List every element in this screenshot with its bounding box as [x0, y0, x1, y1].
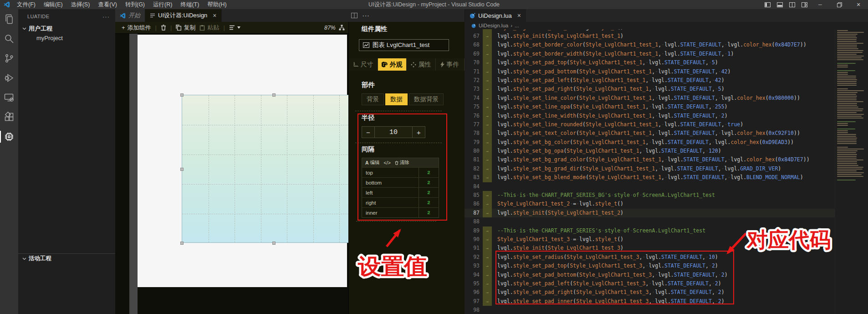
component-tree-icon[interactable] — [339, 25, 345, 31]
minimap-line — [837, 147, 848, 148]
chart-gridline — [182, 184, 348, 185]
selected-component-button[interactable]: 图表 LvglChart1_test — [359, 39, 449, 51]
chart-gridline — [287, 95, 287, 242]
gap-value[interactable]: 2 — [419, 168, 439, 177]
add-component-button[interactable]: + 添加组件 — [122, 24, 151, 32]
customize-layout-icon[interactable] — [798, 0, 811, 9]
breadcrumb-more[interactable]: ... — [515, 23, 519, 28]
zoom-level[interactable]: 87% — [324, 25, 336, 31]
tab-size[interactable]: 尺寸 — [349, 58, 378, 71]
sidebar-item-user-project[interactable]: 用户工程 — [18, 24, 115, 33]
code-text: lvgl.style_set_pad_left(Style_LvglChart1… — [492, 279, 721, 288]
code-line: 82→lvgl.style_set_bg_grad_dir(Style_Lvgl… — [465, 165, 835, 173]
close-tab-icon[interactable]: × — [517, 12, 521, 19]
chevron-down-icon — [21, 27, 27, 30]
tab-uidesign-lua[interactable]: UiDesign.lua × — [465, 9, 526, 22]
layout-panel-icon[interactable] — [774, 0, 786, 9]
clipped-code-line: 66→Style_LvglChart1_test_1·=·lvgl.style_… — [465, 29, 835, 32]
restore-button[interactable] — [830, 0, 849, 9]
part-series-bg-button[interactable]: 数据背景 — [409, 93, 444, 105]
layout-sidebar-icon[interactable] — [761, 0, 774, 9]
list-menu-button[interactable] — [229, 25, 240, 30]
selection-handle[interactable] — [180, 93, 184, 97]
gap-edit-button[interactable]: A编辑 — [365, 160, 380, 166]
extensions-icon[interactable] — [3, 111, 15, 123]
code-text: Style_LvglChart1_test_3·=·lvgl.style_t() — [492, 235, 623, 244]
remote-explorer-icon[interactable] — [3, 92, 15, 103]
gap-row-bottom[interactable]: bottom2 — [362, 177, 439, 187]
gap-clear-button[interactable]: 清除 — [395, 160, 409, 166]
gap-value[interactable]: 2 — [419, 198, 439, 207]
gap-row-top[interactable]: top2 — [362, 167, 439, 177]
tab-events[interactable]: 事件 — [436, 58, 465, 71]
explorer-icon[interactable] — [3, 13, 15, 25]
canvas-scrollbar[interactable] — [129, 34, 138, 314]
menu-item[interactable]: 选择(S) — [67, 1, 94, 8]
line-number: 87 — [465, 209, 483, 217]
copy-button[interactable]: 复制 — [176, 24, 195, 32]
menu-item[interactable]: 编辑(E) — [40, 1, 67, 8]
minimize-button[interactable]: ─ — [811, 0, 830, 9]
radius-value[interactable]: 10 — [375, 127, 412, 138]
gap-value[interactable]: 2 — [419, 188, 439, 197]
selection-handle[interactable] — [180, 168, 184, 171]
minimap-line — [837, 174, 862, 175]
close-tab-icon[interactable]: × — [213, 12, 216, 19]
properties-panel: 组件属性 图表 LvglChart1_test 尺寸 外观 属性 事件 — [348, 22, 465, 314]
split-editor-icon[interactable] — [351, 13, 357, 18]
git-change-indicator: → — [483, 271, 492, 279]
minimap-line — [837, 125, 848, 126]
menu-item[interactable]: 终端(T) — [176, 1, 203, 8]
code-text: lvgl.style_init(Style_LvglChart1_test_3) — [492, 244, 623, 252]
menu-item[interactable]: 转到(G) — [121, 1, 149, 8]
gap-value[interactable]: 2 — [419, 208, 439, 217]
delete-button[interactable] — [161, 25, 166, 31]
properties-tabs: 尺寸 外观 属性 事件 — [349, 58, 465, 71]
close-window-button[interactable]: ✕ — [849, 0, 868, 9]
source-control-icon[interactable] — [3, 52, 15, 64]
sidebar-more-icon[interactable]: ··· — [102, 13, 110, 20]
git-change-indicator: → — [483, 279, 492, 288]
code-line: 75→lvgl.style_set_line_opa(Style_LvglCha… — [465, 103, 835, 111]
luatide-icon[interactable] — [3, 131, 15, 143]
selection-handle[interactable] — [272, 242, 276, 245]
line-number: 75 — [465, 103, 483, 111]
tab-ui-designer[interactable]: UI设计器:UiDesign × — [145, 9, 222, 22]
minimap-line — [837, 118, 863, 118]
selection-handle[interactable] — [180, 242, 184, 245]
selection-handle[interactable] — [272, 93, 276, 97]
copy-icon — [176, 25, 181, 31]
part-series-button[interactable]: 数据 — [385, 93, 408, 105]
gap-row-left[interactable]: left2 — [362, 187, 439, 197]
gap-value[interactable]: 2 — [419, 178, 439, 187]
part-background-button[interactable]: 背景 — [362, 93, 384, 105]
code-line: 80→lvgl.style_set_bg_opa(Style_LvglChart… — [465, 147, 835, 155]
menu-item[interactable]: 文件(F) — [13, 1, 40, 8]
radius-increase-button[interactable]: + — [412, 127, 425, 138]
radius-decrease-button[interactable]: − — [362, 127, 375, 138]
vscode-window: 文件(F)编辑(E)选择(S)查看(V)转到(G)运行(R)终端(T)帮助(H)… — [0, 0, 868, 314]
gap-code-button[interactable]: </> — [384, 160, 391, 165]
search-icon[interactable] — [3, 33, 15, 45]
tab-appearance[interactable]: 外观 — [378, 58, 407, 71]
line-number: 90 — [465, 235, 483, 244]
menu-item[interactable]: 运行(R) — [149, 1, 176, 8]
sidebar-section-active-project[interactable]: 活动工程 — [18, 253, 115, 263]
tab-attributes[interactable]: 属性 — [407, 58, 436, 71]
menu-item[interactable]: 查看(V) — [94, 1, 121, 8]
code-text: lvgl.style_set_pad_inner(Style_LvglChart… — [492, 297, 725, 306]
layout-split-icon[interactable] — [786, 0, 798, 9]
gap-row-right[interactable]: right2 — [362, 197, 439, 207]
device-screen[interactable] — [138, 35, 347, 287]
gap-row-inner[interactable]: inner2 — [362, 207, 439, 217]
more-actions-icon[interactable]: ⋯ — [362, 11, 369, 20]
paste-button[interactable]: 粘贴 — [199, 24, 219, 32]
breadcrumb-file[interactable]: UiDesign.lua — [479, 23, 508, 28]
minimap[interactable] — [835, 28, 868, 314]
menu-item[interactable]: 帮助(H) — [203, 1, 230, 8]
sidebar-item-myproject[interactable]: myProject — [18, 33, 115, 43]
chart-widget[interactable] — [182, 95, 348, 243]
run-debug-icon[interactable] — [3, 72, 15, 84]
code-editor[interactable]: 66→Style_LvglChart1_test_1·=·lvgl.style_… — [465, 29, 835, 314]
tab-start[interactable]: 开始 — [115, 9, 145, 22]
